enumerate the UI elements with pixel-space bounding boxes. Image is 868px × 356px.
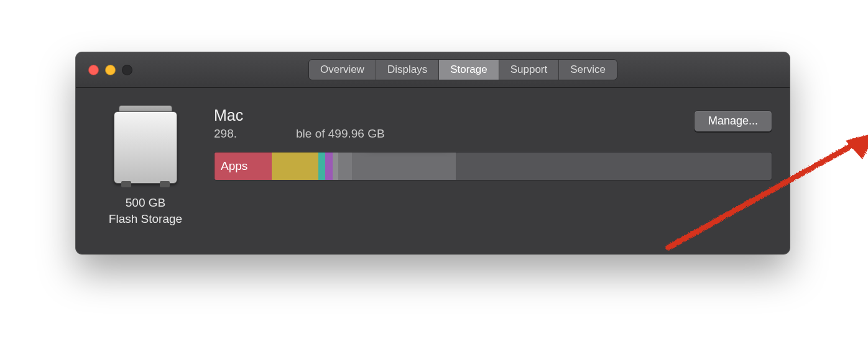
segment-gray1[interactable] bbox=[333, 152, 338, 180]
segment-apps[interactable]: Apps bbox=[215, 152, 272, 180]
zoom-button[interactable] bbox=[122, 65, 132, 75]
segment-gray2[interactable] bbox=[338, 152, 352, 180]
storage-bar[interactable]: Photos 40.69 GB Apps bbox=[214, 152, 772, 180]
segment-photos[interactable] bbox=[272, 152, 318, 180]
manage-button[interactable]: Manage... bbox=[694, 110, 772, 132]
annotation-arrow-icon bbox=[630, 129, 868, 253]
available-text: 298. ble of 499.96 GB bbox=[214, 127, 772, 141]
minimize-button[interactable] bbox=[105, 65, 116, 75]
tab-support[interactable]: Support bbox=[499, 60, 560, 80]
volume-info: Manage... Mac 298. ble of 499.96 GB Phot… bbox=[214, 103, 772, 227]
drive-icon bbox=[108, 103, 183, 187]
about-this-mac-window: OverviewDisplaysStorageSupportService 50… bbox=[76, 52, 790, 254]
tab-bar: OverviewDisplaysStorageSupportService bbox=[308, 59, 617, 80]
tab-storage[interactable]: Storage bbox=[439, 60, 499, 80]
tab-displays[interactable]: Displays bbox=[376, 60, 439, 80]
tab-service[interactable]: Service bbox=[559, 60, 617, 80]
close-button[interactable] bbox=[88, 65, 99, 75]
storage-pane: 500 GB Flash Storage Manage... Mac 298. … bbox=[76, 88, 790, 244]
titlebar: OverviewDisplaysStorageSupportService bbox=[76, 52, 790, 88]
segment-gray3[interactable] bbox=[352, 152, 456, 180]
segment-purple[interactable] bbox=[325, 152, 333, 180]
segment-teal[interactable] bbox=[318, 152, 325, 180]
drive-type-label: Flash Storage bbox=[93, 211, 198, 227]
tab-overview[interactable]: Overview bbox=[309, 60, 376, 80]
svg-marker-1 bbox=[845, 132, 868, 159]
traffic-lights bbox=[88, 65, 132, 75]
volume-name: Mac bbox=[214, 106, 772, 124]
drive-capacity-label: 500 GB bbox=[93, 195, 198, 211]
drive-column: 500 GB Flash Storage bbox=[93, 103, 198, 227]
segment-label: Apps bbox=[221, 159, 247, 173]
